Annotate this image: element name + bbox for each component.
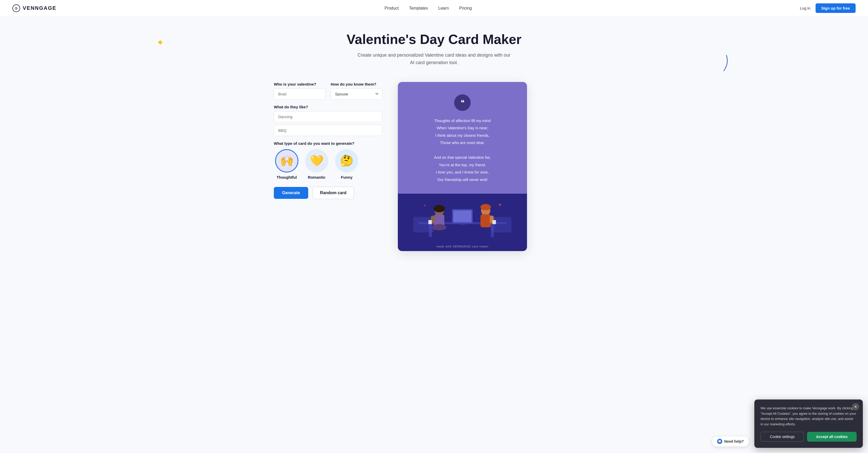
navbar-actions: Log in Sign up for free <box>800 3 856 13</box>
valentine-input[interactable] <box>274 88 326 100</box>
main-content: Who is your valentine? How do you know t… <box>253 72 615 267</box>
svg-rect-16 <box>492 220 496 224</box>
card-type-romantic[interactable]: 💛 Romantic <box>304 149 330 179</box>
nav-pricing[interactable]: Pricing <box>459 6 472 10</box>
form-actions: Generate Random card <box>274 187 382 199</box>
logo-text: VENNGAGE <box>23 5 56 11</box>
likes-field-group: What do they like? <box>274 105 382 136</box>
nav-product[interactable]: Product <box>384 6 399 10</box>
card-type-funny[interactable]: 🤔 Funny <box>334 149 360 179</box>
navbar-links: Product Templates Learn Pricing <box>384 6 472 10</box>
signup-button[interactable]: Sign up for free <box>815 3 856 13</box>
navbar: ◷ VENNGAGE Product Templates Learn Prici… <box>0 0 868 17</box>
relationship-select[interactable]: Spouse Partner Friend Crush Family <box>331 88 382 100</box>
poem-text: Thoughts of affection fill my mind When … <box>408 117 517 183</box>
card-preview-section: ❝ Thoughts of affection fill my mind Whe… <box>398 82 594 251</box>
quote-bubble-icon: ❝ <box>454 94 471 111</box>
svg-point-13 <box>480 204 491 210</box>
relationship-label: How do you know them? <box>331 82 382 86</box>
valentine-label: Who is your valentine? <box>274 82 326 86</box>
thoughtful-label: Thoughtful <box>277 175 297 179</box>
valentine-field-group: Who is your valentine? <box>274 82 326 100</box>
svg-rect-5 <box>491 217 512 232</box>
svg-rect-18 <box>454 210 471 222</box>
card-illustration: ♥ ♥ <box>398 194 527 241</box>
swoosh-icon <box>714 53 729 74</box>
random-button[interactable]: Random card <box>313 187 354 199</box>
hero-title: Valentine's Day Card Maker <box>12 32 856 47</box>
svg-text:♥: ♥ <box>499 202 502 208</box>
svg-text:♥: ♥ <box>424 203 426 207</box>
likes-label: What do they like? <box>274 105 382 109</box>
svg-rect-19 <box>460 223 465 225</box>
nav-learn[interactable]: Learn <box>438 6 449 10</box>
quote-mark: ❝ <box>461 98 464 107</box>
card-type-thoughtful[interactable]: 🙌 Thoughtful <box>274 149 300 179</box>
form-row-1: Who is your valentine? How do you know t… <box>274 82 382 100</box>
funny-icon-circle: 🤔 <box>335 149 358 172</box>
login-button[interactable]: Log in <box>800 6 810 10</box>
card-type-section: What type of card do you want to generat… <box>274 141 382 179</box>
card-type-label: What type of card do you want to generat… <box>274 141 382 146</box>
sparkle-icon: ✦ <box>156 37 164 48</box>
hero-section: ✦ Valentine's Day Card Maker Create uniq… <box>0 17 868 72</box>
thoughtful-icon-circle: 🙌 <box>275 149 299 172</box>
funny-label: Funny <box>341 175 352 179</box>
card-poem-area: ❝ Thoughts of affection fill my mind Whe… <box>398 82 527 194</box>
preview-card: ❝ Thoughts of affection fill my mind Whe… <box>398 82 527 251</box>
svg-point-7 <box>433 205 445 212</box>
card-types-group: 🙌 Thoughtful 💛 Romantic 🤔 Funny <box>274 149 382 179</box>
logo[interactable]: ◷ VENNGAGE <box>12 4 56 12</box>
generate-button[interactable]: Generate <box>274 187 308 199</box>
svg-rect-11 <box>428 220 432 224</box>
card-footer: made with VENNGAGE card maker <box>398 241 527 251</box>
likes-input-2[interactable] <box>274 125 382 136</box>
nav-templates[interactable]: Templates <box>409 6 428 10</box>
romantic-label: Romantic <box>308 175 326 179</box>
logo-icon: ◷ <box>12 4 20 12</box>
hero-subtitle: Create unique and personalized Valentine… <box>356 52 512 66</box>
relationship-field-group: How do you know them? Spouse Partner Fri… <box>331 82 382 100</box>
likes-input-1[interactable] <box>274 111 382 122</box>
romantic-icon-circle: 💛 <box>305 149 328 172</box>
form-section: Who is your valentine? How do you know t… <box>274 82 382 199</box>
svg-rect-14 <box>480 214 491 227</box>
svg-point-9 <box>432 224 446 230</box>
card-footer-text: made with VENNGAGE card maker <box>436 245 489 248</box>
